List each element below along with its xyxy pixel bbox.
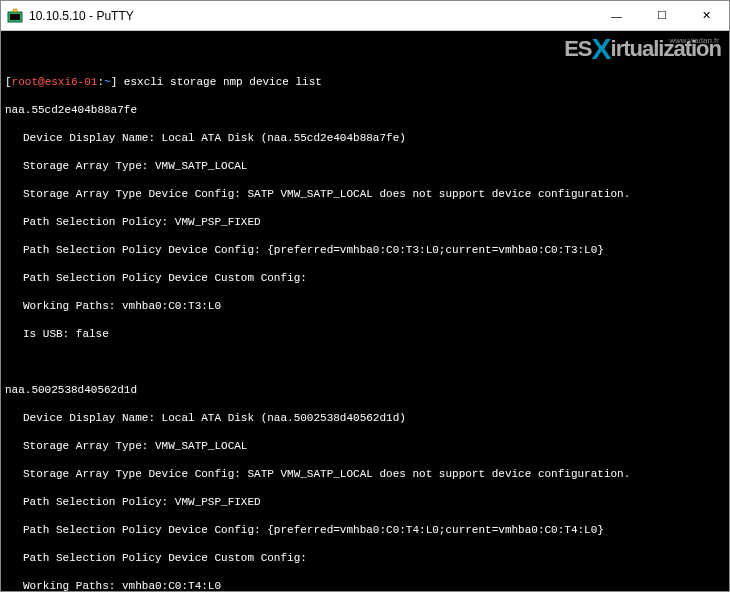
watermark-url: www.vladan.fr bbox=[669, 34, 719, 48]
command-text: esxcli storage nmp device list bbox=[124, 76, 322, 88]
terminal-output[interactable]: www.vladan.fr ESXirtualization [root@esx… bbox=[1, 31, 729, 591]
prompt-path: ~ bbox=[104, 76, 111, 88]
dev1-pspcfg: Path Selection Policy Device Config: {pr… bbox=[5, 523, 725, 537]
close-button[interactable]: ✕ bbox=[684, 1, 729, 30]
dev1-pspcustom: Path Selection Policy Device Custom Conf… bbox=[5, 551, 725, 565]
dev1-psp: Path Selection Policy: VMW_PSP_FIXED bbox=[5, 495, 725, 509]
dev1-satcfg: Storage Array Type Device Config: SATP V… bbox=[5, 467, 725, 481]
dev1-display: Device Display Name: Local ATA Disk (naa… bbox=[5, 411, 725, 425]
dev0-display: Device Display Name: Local ATA Disk (naa… bbox=[5, 131, 725, 145]
dev1-sat: Storage Array Type: VMW_SATP_LOCAL bbox=[5, 439, 725, 453]
dev0-satcfg: Storage Array Type Device Config: SATP V… bbox=[5, 187, 725, 201]
titlebar: 10.10.5.10 - PuTTY — ☐ ✕ bbox=[1, 1, 729, 31]
window-title: 10.10.5.10 - PuTTY bbox=[29, 9, 594, 23]
dev0-paths: Working Paths: vmhba0:C0:T3:L0 bbox=[5, 299, 725, 313]
maximize-button[interactable]: ☐ bbox=[639, 1, 684, 30]
dev0-sat: Storage Array Type: VMW_SATP_LOCAL bbox=[5, 159, 725, 173]
blank0 bbox=[5, 355, 725, 369]
watermark-x: X bbox=[592, 32, 611, 65]
dev1-id: naa.5002538d40562d1d bbox=[5, 383, 725, 397]
watermark-logo: ESXirtualization bbox=[564, 39, 721, 56]
svg-rect-1 bbox=[10, 14, 20, 20]
prompt-line: [root@esxi6-01:~] esxcli storage nmp dev… bbox=[5, 75, 725, 89]
dev0-pspcfg: Path Selection Policy Device Config: {pr… bbox=[5, 243, 725, 257]
watermark-rest: irtualization bbox=[611, 36, 721, 61]
putty-icon bbox=[7, 8, 23, 24]
minimize-button[interactable]: — bbox=[594, 1, 639, 30]
dev0-id: naa.55cd2e404b88a7fe bbox=[5, 103, 725, 117]
dev1-paths: Working Paths: vmhba0:C0:T4:L0 bbox=[5, 579, 725, 591]
watermark-es: ES bbox=[564, 36, 591, 61]
dev0-usb: Is USB: false bbox=[5, 327, 725, 341]
prompt-host: esxi6-01 bbox=[45, 76, 98, 88]
dev0-pspcustom: Path Selection Policy Device Custom Conf… bbox=[5, 271, 725, 285]
svg-rect-2 bbox=[13, 9, 17, 12]
prompt-user: root bbox=[12, 76, 38, 88]
window-controls: — ☐ ✕ bbox=[594, 1, 729, 30]
dev0-psp: Path Selection Policy: VMW_PSP_FIXED bbox=[5, 215, 725, 229]
